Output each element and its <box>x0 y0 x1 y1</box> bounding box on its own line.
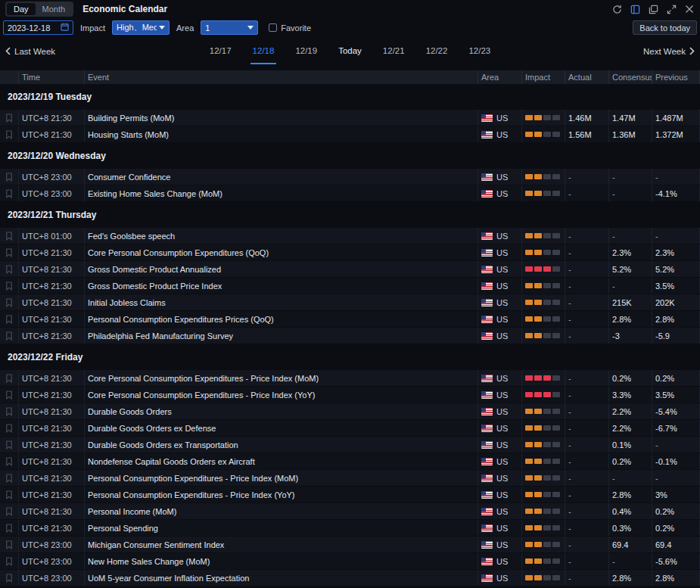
event-row[interactable]: UTC+8 21:30Initial Jobless ClaimsUS-215K… <box>0 294 700 311</box>
event-row[interactable]: UTC+8 21:30Personal SpendingUS-0.3%0.2% <box>0 520 700 537</box>
column-header-actual[interactable]: Actual <box>565 70 609 84</box>
bookmark-icon[interactable] <box>0 403 19 419</box>
date-tab-12-21[interactable]: 12/21 <box>381 39 407 64</box>
event-name: Building Permits (MoM) <box>85 110 478 126</box>
bookmark-icon[interactable] <box>0 537 19 552</box>
bookmark-icon[interactable] <box>0 126 19 142</box>
actual-value: - <box>565 453 609 469</box>
bookmark-icon[interactable] <box>0 169 19 185</box>
date-tab-12-17[interactable]: 12/17 <box>207 39 234 64</box>
date-picker[interactable]: 2023-12-18 <box>3 20 73 35</box>
bookmark-icon[interactable] <box>0 110 19 126</box>
event-name: New Home Sales Change (MoM) <box>85 553 478 569</box>
bookmark-icon[interactable] <box>0 420 19 436</box>
area-dropdown[interactable]: 1 <box>201 20 258 35</box>
column-header-impact[interactable]: Impact <box>522 70 565 84</box>
event-row[interactable]: UTC+8 21:30Personal Income (MoM)US-0.4%0… <box>0 503 700 520</box>
event-row[interactable]: UTC+8 23:00Existing Home Sales Change (M… <box>0 185 700 202</box>
event-row[interactable]: UTC+8 21:30Durable Goods Orders ex Defen… <box>0 420 700 437</box>
favorite-checkbox[interactable]: Favorite <box>269 23 311 33</box>
impact-dropdown[interactable]: High、Medi... <box>112 20 170 35</box>
bookmark-icon[interactable] <box>0 453 19 469</box>
date-tab-12-22[interactable]: 12/22 <box>424 39 450 64</box>
area-label: Area <box>176 23 194 33</box>
event-area: US <box>478 520 522 536</box>
bookmark-icon[interactable] <box>0 228 19 244</box>
expand-icon[interactable] <box>666 4 677 14</box>
bookmark-icon[interactable] <box>0 328 19 344</box>
event-row[interactable]: UTC+8 21:30Core Personal Consumption Exp… <box>0 244 700 261</box>
bookmark-icon[interactable] <box>0 278 19 294</box>
event-row[interactable]: UTC+8 23:00UoM 5-year Consumer Inflation… <box>0 570 700 586</box>
event-area: US <box>478 537 522 552</box>
event-row[interactable]: UTC+8 23:00Michigan Consumer Sentiment I… <box>0 537 700 553</box>
impact-bars <box>522 110 565 126</box>
month-toggle-button[interactable]: Month <box>36 3 73 15</box>
bookmark-icon[interactable] <box>0 470 19 486</box>
bookmark-icon[interactable] <box>0 387 19 403</box>
duplicate-window-icon[interactable] <box>648 4 658 14</box>
us-flag-icon <box>481 441 493 449</box>
column-header-consensus[interactable]: Consensus <box>609 70 652 84</box>
bookmark-icon[interactable] <box>0 311 19 327</box>
date-tab-12-19[interactable]: 12/19 <box>293 39 319 64</box>
back-to-today-button[interactable]: Back to today <box>633 20 697 35</box>
event-row[interactable]: UTC+8 21:30Core Personal Consumption Exp… <box>0 370 700 387</box>
event-row[interactable]: UTC+8 21:30Personal Consumption Expendit… <box>0 311 700 328</box>
impact-bars <box>522 453 565 469</box>
event-row[interactable]: UTC+8 21:30Durable Goods Orders ex Trans… <box>0 437 700 453</box>
refresh-icon[interactable] <box>611 4 622 14</box>
close-icon[interactable] <box>684 4 695 14</box>
actual-value: - <box>565 370 609 386</box>
bookmark-icon[interactable] <box>0 520 19 536</box>
column-header-bookmark[interactable] <box>0 70 19 84</box>
previous-value: - <box>652 228 700 244</box>
event-row[interactable]: UTC+8 23:00Consumer ConfidenceUS--- <box>0 169 700 185</box>
last-week-button[interactable]: Last Week <box>5 47 55 57</box>
bookmark-icon[interactable] <box>0 244 19 260</box>
event-row[interactable]: UTC+8 21:30Personal Consumption Expendit… <box>0 470 700 487</box>
event-row[interactable]: UTC+8 21:30Core Personal Consumption Exp… <box>0 387 700 403</box>
previous-value: -5.4% <box>652 403 700 419</box>
column-header-event[interactable]: Event <box>85 70 478 84</box>
bookmark-icon[interactable] <box>0 294 19 310</box>
event-row[interactable]: UTC+8 21:30Nondefense Capital Goods Orde… <box>0 453 700 470</box>
bookmark-icon[interactable] <box>0 370 19 386</box>
event-row[interactable]: UTC+8 01:00Fed's Goolsbee speechUS--- <box>0 228 700 244</box>
bookmark-icon[interactable] <box>0 437 19 453</box>
event-row[interactable]: UTC+8 21:30Gross Domestic Product Annual… <box>0 261 700 278</box>
bookmark-icon[interactable] <box>0 553 19 569</box>
event-area: US <box>478 437 522 453</box>
event-row[interactable]: UTC+8 23:00New Home Sales Change (MoM)US… <box>0 553 700 570</box>
event-row[interactable]: UTC+8 21:30Housing Starts (MoM)US1.56M1.… <box>0 126 700 143</box>
impact-bars <box>522 420 565 436</box>
event-area: US <box>478 370 522 386</box>
event-row[interactable]: UTC+8 21:30Personal Consumption Expendit… <box>0 487 700 503</box>
event-row[interactable]: UTC+8 21:30Building Permits (MoM)US1.46M… <box>0 110 700 126</box>
bookmark-icon[interactable] <box>0 185 19 201</box>
column-header-time[interactable]: Time <box>19 70 85 84</box>
column-header-previous[interactable]: Previous <box>652 70 700 84</box>
panel-layout-icon[interactable] <box>630 4 640 14</box>
filter-bar: 2023-12-18 Impact High、Medi... Area 1 Fa… <box>0 18 700 37</box>
date-tab-today[interactable]: Today <box>336 39 364 64</box>
event-row[interactable]: UTC+8 21:30Gross Domestic Product Price … <box>0 278 700 294</box>
event-row[interactable]: UTC+8 21:30Philadelphia Fed Manufacturin… <box>0 328 700 344</box>
actual-value: - <box>565 294 609 310</box>
bookmark-icon[interactable] <box>0 570 19 586</box>
column-header-area[interactable]: Area <box>478 70 522 84</box>
event-name: Gross Domestic Product Price Index <box>85 278 478 294</box>
next-week-button[interactable]: Next Week <box>643 47 695 57</box>
event-row[interactable]: UTC+8 21:30Durable Goods OrdersUS-2.2%-5… <box>0 403 700 420</box>
day-toggle-button[interactable]: Day <box>7 3 36 15</box>
bookmark-icon[interactable] <box>0 487 19 502</box>
date-tab-12-18[interactable]: 12/18 <box>250 39 277 64</box>
date-tab-12-23[interactable]: 12/23 <box>466 39 493 64</box>
event-area: US <box>478 470 522 486</box>
consensus-value: 2.8% <box>609 311 652 327</box>
bookmark-icon[interactable] <box>0 261 19 277</box>
event-name: Core Personal Consumption Expenditures -… <box>85 370 478 386</box>
date-picker-value: 2023-12-18 <box>8 23 50 33</box>
impact-bars <box>522 403 565 419</box>
bookmark-icon[interactable] <box>0 503 19 519</box>
